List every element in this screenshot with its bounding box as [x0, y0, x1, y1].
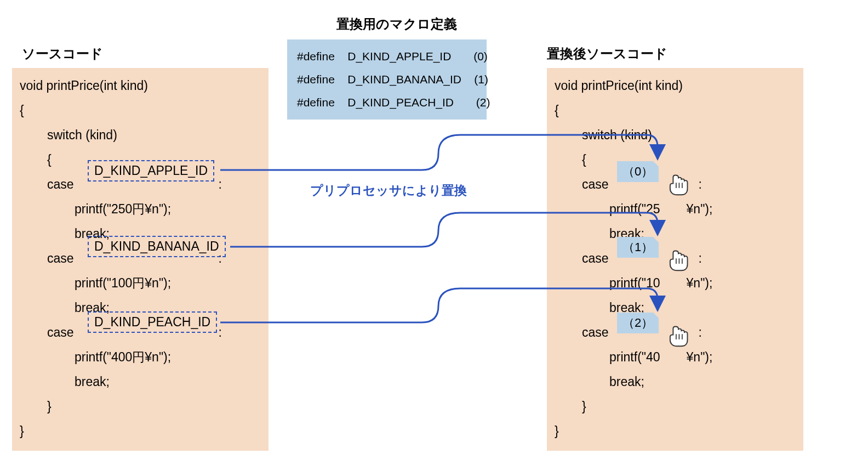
code-line: break; — [555, 370, 796, 394]
code-line: { — [20, 98, 261, 123]
title-source: ソースコード — [22, 45, 103, 63]
define-row: #define D_KIND_BANANA_ID (1) — [297, 68, 477, 91]
code-line: void printPrice(int kind) — [555, 73, 796, 98]
code-line: printf("250円¥n"); — [20, 197, 261, 222]
macro-highlight: D_KIND_PEACH_ID — [88, 311, 217, 333]
code-line: break; — [555, 296, 796, 320]
code-line: break; — [20, 370, 261, 394]
code-line: } — [20, 394, 261, 419]
code-line: case: — [555, 246, 796, 271]
code-line: switch (kind) — [20, 123, 261, 148]
replacement-note: プリプロセッサにより置換 — [310, 182, 467, 199]
code-line: printf("400円¥n"); — [20, 345, 261, 370]
code-line: case: — [555, 320, 796, 345]
code-line: printf("40¥n"); — [555, 345, 796, 370]
code-line: } — [555, 394, 796, 419]
code-line: { — [555, 98, 796, 123]
code-line: void printPrice(int kind) — [20, 73, 261, 98]
code-line: printf("100円¥n"); — [20, 271, 261, 296]
code-line: break; — [555, 222, 796, 246]
replaced-value: （1） — [617, 237, 659, 258]
code-line: printf("25¥n"); — [555, 197, 796, 222]
code-line: printf("10¥n"); — [555, 271, 796, 296]
title-defines: 置換用のマクロ定義 — [336, 15, 457, 33]
replaced-value: （2） — [617, 313, 659, 333]
code-line: { — [555, 148, 796, 172]
code-line: } — [20, 419, 261, 444]
code-line: } — [555, 419, 796, 444]
macro-highlight: D_KIND_APPLE_ID — [88, 160, 214, 182]
macro-highlight: D_KIND_BANANA_ID — [88, 236, 226, 257]
define-box: #define D_KIND_APPLE_ID (0) #define D_KI… — [287, 39, 487, 120]
result-box: void printPrice(int kind) { switch (kind… — [547, 68, 803, 451]
code-line: switch (kind) — [555, 123, 796, 148]
source-box: void printPrice(int kind) { switch (kind… — [12, 68, 269, 451]
define-row: #define D_KIND_PEACH_ID (2) — [297, 91, 477, 114]
code-line: case: — [555, 172, 796, 197]
replaced-value: （0） — [617, 161, 659, 182]
define-row: #define D_KIND_APPLE_ID (0) — [297, 45, 477, 68]
title-result: 置換後ソースコード — [547, 45, 667, 63]
